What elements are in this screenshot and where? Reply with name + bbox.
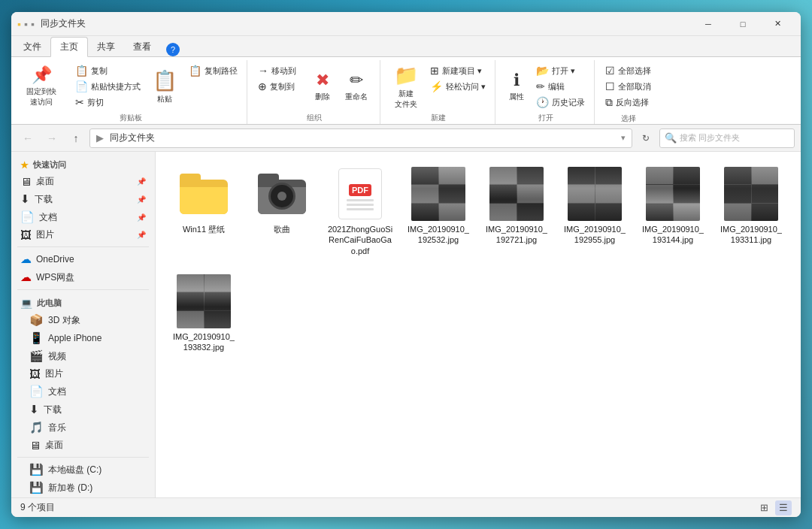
delete-button[interactable]: ✖ 删除 [309, 63, 336, 110]
new-folder-button[interactable]: 📁 新建文件夹 [388, 63, 424, 110]
pd-block [595, 167, 623, 184]
photo-thumbnail [724, 167, 778, 221]
pdf-icon: PDF [338, 168, 382, 219]
list-item[interactable]: PDF 2021ZhongGuoSiRenCaiFuBaoGao.pdf [324, 161, 396, 262]
sidebar-item-documents[interactable]: 📄 文档 [14, 382, 152, 401]
list-item[interactable]: Win11 壁纸 [168, 161, 240, 262]
tab-share[interactable]: 共享 [88, 38, 124, 56]
sidebar-item-onedrive[interactable]: ☁ OneDrive [14, 250, 152, 268]
properties-button[interactable]: ℹ 属性 [503, 63, 530, 110]
sidebar-item-downloads[interactable]: ⬇ 下载 [14, 401, 152, 419]
ribbon: 📌 固定到快速访问 📋复制 📄粘贴快捷方式 ✂剪切 📋 [11, 57, 801, 125]
sidebar-item-drive-d[interactable]: 💾 新加卷 (D:) [14, 479, 152, 497]
clipboard-label: 剪贴板 [20, 113, 241, 125]
list-item[interactable]: 歌曲 [246, 161, 318, 262]
edit-button[interactable]: ✏编辑 [533, 79, 588, 94]
copy-path-button[interactable]: 📋复制路径 [186, 63, 241, 78]
search-box[interactable]: 🔍 搜索 同步文件夹 [659, 128, 795, 148]
breadcrumb-bar[interactable]: ▶ 同步文件夹 ▾ [89, 128, 632, 148]
list-item[interactable]: IMG_20190910_192532.jpg [402, 161, 474, 262]
search-icon: 🔍 [665, 132, 677, 144]
list-item[interactable]: IMG_20190910_192955.jpg [559, 161, 631, 262]
this-pc-header: 💻 此电脑 [14, 293, 152, 311]
easy-access-button[interactable]: ⚡轻松访问 ▾ [427, 79, 489, 94]
close-button[interactable]: ✕ [760, 12, 795, 36]
paste-button[interactable]: 📋 粘贴 [147, 63, 183, 110]
pin-quick-access-button[interactable]: 📌 固定到快速访问 [20, 63, 62, 110]
file-area: Win11 壁纸 歌曲 [156, 152, 801, 497]
window-title: 同步文件夹 [41, 17, 691, 30]
list-view-button[interactable]: ☰ [775, 500, 792, 515]
pin-icon: 📌 [137, 195, 146, 204]
sidebar-item-videos[interactable]: 🎬 视频 [14, 347, 152, 365]
pd-block [595, 185, 623, 202]
music-icon: 🎵 [29, 421, 44, 434]
quick-access-label: 快速访问 [33, 159, 66, 171]
tab-home[interactable]: 主页 [50, 37, 88, 57]
quick-access-star-icon: ★ [20, 160, 29, 171]
open-buttons: ℹ 属性 📂打开 ▾ ✏编辑 🕐历史记录 [503, 60, 588, 113]
invert-selection-button[interactable]: ⧉反向选择 [602, 95, 654, 110]
sidebar-item-desktop[interactable]: 🖥 桌面 [14, 437, 152, 454]
pdf-thumbnail: PDF [333, 167, 387, 221]
move-to-button[interactable]: →移动到 [255, 63, 299, 78]
select-none-button[interactable]: ☐全部取消 [602, 79, 654, 94]
maximize-button[interactable]: □ [726, 12, 760, 36]
select-buttons: ☑全部选择 ☐全部取消 ⧉反向选择 [602, 60, 654, 113]
sidebar-item-downloads-quick[interactable]: ⬇ 下载 📌 [14, 190, 152, 208]
refresh-button[interactable]: ↻ [635, 128, 656, 149]
move-copy-col: →移动到 ⊕复制到 [255, 63, 299, 94]
pdf-line [347, 199, 374, 201]
sidebar-item-label: 文档 [48, 385, 66, 398]
copy-button[interactable]: 📋复制 [72, 63, 144, 78]
list-item[interactable]: IMG_20190910_193311.jpg [715, 161, 787, 262]
pd-block [439, 204, 466, 221]
sidebar-item-wps[interactable]: ☁ WPS网盘 [14, 268, 152, 286]
file-grid: Win11 壁纸 歌曲 [168, 161, 789, 358]
pd-block [568, 204, 595, 221]
sidebar-item-label: WPS网盘 [36, 271, 74, 284]
tab-view[interactable]: 查看 [124, 38, 160, 56]
copy-col: 📋复制 📄粘贴快捷方式 ✂剪切 [72, 63, 144, 110]
pd-block [177, 274, 204, 292]
up-button[interactable]: ↑ [65, 128, 86, 149]
list-item[interactable]: IMG_20190910_192721.jpg [480, 161, 553, 262]
back-button[interactable]: ← [17, 128, 38, 149]
open-button[interactable]: 📂打开 ▾ [533, 63, 588, 78]
sidebar-item-pictures-quick[interactable]: 🖼 图片 📌 [14, 226, 152, 243]
sidebar-item-desktop-quick[interactable]: 🖥 桌面 📌 [14, 173, 152, 190]
list-item[interactable]: IMG_20190910_193832.jpg [168, 268, 240, 359]
new-item-button[interactable]: ⊞新建项目 ▾ [427, 63, 489, 78]
photo-detail [177, 274, 231, 328]
ribbon-group-open: ℹ 属性 📂打开 ▾ ✏编辑 🕐历史记录 打开 [497, 60, 595, 124]
disc-icon [268, 183, 295, 210]
cut-button[interactable]: ✂剪切 [72, 95, 144, 110]
select-all-button[interactable]: ☑全部选择 [602, 63, 654, 78]
pin-icon: 📌 [137, 213, 146, 222]
help-button[interactable]: ? [166, 43, 180, 56]
rename-button[interactable]: ✏ 重命名 [339, 63, 374, 110]
explorer-window: ▪ ▪ ▪ 同步文件夹 ─ □ ✕ 文件 主页 共享 查看 ? 📌 固定到快速访… [11, 12, 801, 517]
drive-d-icon: 💾 [29, 481, 44, 494]
list-item[interactable]: IMG_20190910_193144.jpg [637, 161, 709, 262]
divider2 [17, 289, 149, 290]
copy-to-button[interactable]: ⊕复制到 [255, 79, 299, 94]
sidebar-item-music[interactable]: 🎵 音乐 [14, 419, 152, 437]
pd-block [674, 204, 701, 221]
downloads-quick-icon: ⬇ [20, 192, 30, 206]
grid-view-button[interactable]: ⊞ [756, 500, 772, 515]
forward-button[interactable]: → [41, 128, 62, 149]
sidebar-item-apple-iphone[interactable]: 📱 Apple iPhone [14, 329, 152, 347]
sidebar-item-documents-quick[interactable]: 📄 文档 📌 [14, 208, 152, 226]
paste-shortcut-button[interactable]: 📄粘贴快捷方式 [72, 79, 144, 94]
history-button[interactable]: 🕐历史记录 [533, 95, 588, 110]
pdf-lines [347, 199, 374, 210]
minimize-button[interactable]: ─ [691, 12, 726, 36]
pd-block [439, 185, 466, 202]
pd-block [489, 204, 517, 221]
sidebar-item-3d-objects[interactable]: 📦 3D 对象 [14, 311, 152, 329]
tab-file[interactable]: 文件 [14, 38, 50, 56]
sidebar-item-pictures[interactable]: 🖼 图片 [14, 365, 152, 382]
photo-detail [411, 167, 465, 221]
sidebar-item-drive-c[interactable]: 💾 本地磁盘 (C:) [14, 461, 152, 479]
